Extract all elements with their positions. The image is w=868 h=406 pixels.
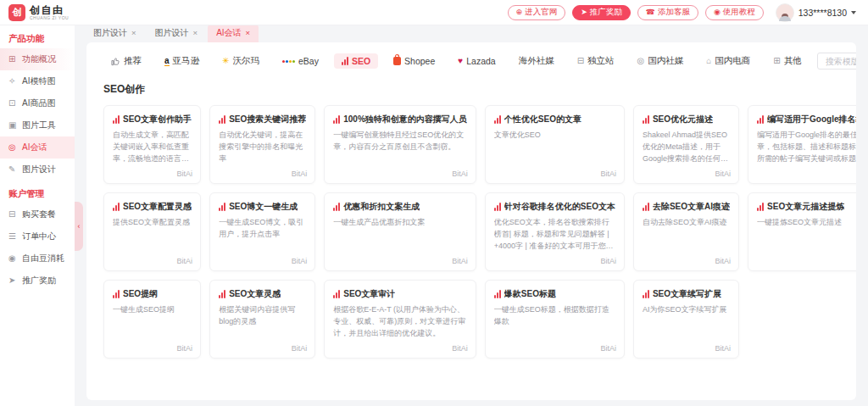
header-button-添加客服[interactable]: ☎添加客服 — [637, 5, 698, 20]
sidebar-item-功能概况[interactable]: ⊞功能概况 — [0, 48, 75, 70]
ai-chat-icon: ◎ — [8, 143, 18, 152]
sidebar-item-购买套餐[interactable]: ⊟购买套餐 — [0, 203, 75, 225]
filter-Shopee[interactable]: Shopee — [386, 53, 442, 69]
sidebar-item-图片工具[interactable]: ▣图片工具 — [0, 114, 75, 136]
template-card[interactable]: SEO提纲一键生成SEO提纲BitAi — [103, 280, 201, 359]
card-title: SEO博文一键生成 — [229, 201, 298, 213]
template-card[interactable]: SEO文章元描述提炼一键提炼SEO文章元描述BitAi — [748, 192, 856, 271]
app-subtitle: CHUANG ZI YOU — [30, 16, 69, 20]
template-card[interactable]: 针对谷歌排名优化的SEO文本优化SEO文本，排名谷歌搜索排行榜首| 标题，标题和… — [485, 192, 625, 271]
chevron-down-icon[interactable] — [851, 11, 856, 14]
template-card[interactable]: SEO博文一键生成一键生成SEO博文，吸引用户，提升点击率BitAi — [209, 192, 315, 271]
filter-国内电商[interactable]: ⌂国内电商 — [698, 53, 758, 70]
filter-国内社媒[interactable]: ◎国内社媒 — [630, 53, 692, 70]
template-card[interactable]: SEO文章创作助手自动生成文章，高匹配关键词嵌入率和低查重率，流畅地道的语言表达… — [103, 105, 201, 184]
filter-独立站[interactable]: ⊟独立站 — [570, 53, 622, 70]
sidebar-item-自由豆消耗[interactable]: ◉自由豆消耗 — [0, 247, 75, 270]
close-icon[interactable]: × — [246, 29, 251, 37]
bean-icon: ◉ — [8, 254, 18, 263]
close-icon[interactable]: × — [193, 29, 198, 37]
sidebar-item-label: 订单中心 — [22, 231, 56, 242]
order-icon: ☰ — [8, 232, 18, 241]
sidebar-item-label: 自由豆消耗 — [22, 253, 64, 264]
chart-icon — [219, 203, 225, 211]
template-card[interactable]: SEO文章续写扩展AI为你SEO文字续写扩展BitAi — [633, 280, 739, 359]
design-icon: ✎ — [8, 165, 18, 174]
header-button-使用教程[interactable]: ◉使用教程 — [705, 5, 764, 20]
tab-label: 图片设计 — [155, 27, 189, 39]
overview-icon: ⊞ — [8, 55, 18, 64]
card-title: 爆款SEO标题 — [504, 288, 556, 300]
template-card[interactable]: 去除SEO文章AI痕迹自动去除SEO文章AI痕迹BitAi — [633, 192, 739, 271]
app-title: 创自由 — [30, 5, 69, 15]
close-icon[interactable]: × — [131, 29, 136, 37]
sidebar-item-label: 推广奖励 — [22, 275, 56, 286]
card-badge: BitAi — [600, 344, 616, 353]
template-card[interactable]: 100%独特和创意的内容撰写人员一键编写创意独特且经过SEO优化的文章，内容百分… — [324, 105, 476, 184]
filter-label: 独立站 — [587, 55, 615, 67]
chart-icon — [333, 203, 340, 211]
sidebar-item-图片设计[interactable]: ✎图片设计 — [0, 159, 75, 181]
avatar[interactable] — [776, 3, 794, 22]
header-actions: ⊕进入官网➤推广奖励☎添加客服◉使用教程 133****8130 — [508, 3, 856, 22]
card-badge: BitAi — [600, 170, 616, 178]
sidebar-item-订单中心[interactable]: ☰订单中心 — [0, 225, 75, 247]
filter-eBay[interactable]: eBay — [275, 53, 326, 69]
sidebar-section-title: 账户管理 — [0, 181, 75, 203]
template-card[interactable]: 爆款SEO标题一键生成SEO标题，根据数据打造爆款BitAi — [485, 280, 625, 359]
template-card[interactable]: SEO搜索关键词推荐自动优化关键词，提高在搜索引擎中的排名和曝光率BitAi — [209, 105, 315, 184]
header-button-进入官网[interactable]: ⊕进入官网 — [508, 5, 566, 20]
card-description: 根据关键词内容提供写blog的灵感 — [219, 304, 306, 328]
card-badge: BitAi — [452, 344, 468, 353]
card-description: Shakeel Ahmad提供SEO优化的Meta描述，用于Google搜索排名… — [643, 130, 730, 165]
button-label: 添加客服 — [658, 7, 690, 18]
sidebar-item-AI模特图[interactable]: ✧AI模特图 — [0, 70, 75, 92]
sidebar-item-label: 图片设计 — [22, 164, 56, 175]
template-card[interactable]: 优惠和折扣文案生成一键生成产品优惠折扣文案BitAi — [324, 192, 476, 271]
tab-AI会话[interactable]: AI会话× — [208, 25, 259, 42]
template-card[interactable]: SEO优化元描述Shakeel Ahmad提供SEO优化的Meta描述，用于Go… — [633, 105, 739, 184]
sidebar-item-label: AI模特图 — [22, 75, 55, 87]
card-description: 提供SEO文章配置灵感 — [113, 217, 192, 229]
filter-label: 沃尔玛 — [232, 55, 259, 67]
user-menu[interactable]: 133****8130 — [776, 3, 856, 22]
template-card[interactable]: 编写适用于Google排名靠前的SEO...编写适用于Google排名的最佳SE… — [748, 105, 856, 184]
button-label: 进入官网 — [525, 7, 557, 18]
card-title: 编写适用于Google排名靠前的SEO... — [767, 114, 856, 125]
template-card[interactable]: SEO文章灵感根据关键词内容提供写blog的灵感BitAi — [209, 280, 315, 359]
sidebar-item-AI会话[interactable]: ◎AI会话 — [0, 136, 75, 159]
filter-其他[interactable]: ⊞其他 — [765, 53, 809, 70]
filter-沃尔玛[interactable]: ✳沃尔玛 — [214, 53, 267, 70]
card-badge: BitAi — [177, 257, 193, 265]
card-title: SEO优化元描述 — [653, 114, 713, 125]
button-label: 使用教程 — [723, 7, 755, 18]
sidebar-item-AI商品图[interactable]: ⊡AI商品图 — [0, 92, 75, 114]
tab-图片设计[interactable]: 图片设计× — [147, 25, 207, 42]
filter-海外社媒[interactable]: 海外社媒 — [511, 53, 562, 70]
template-card[interactable]: SEO文章配置灵感提供SEO文章配置灵感BitAi — [103, 192, 201, 271]
card-title: SEO提纲 — [123, 288, 158, 300]
filter-label: 国内电商 — [715, 55, 750, 67]
card-badge: BitAi — [292, 170, 308, 178]
filter-亚马逊[interactable]: a亚马逊 — [157, 53, 207, 70]
filter-label: Lazada — [466, 56, 495, 66]
filter-Lazada[interactable]: ♥Lazada — [450, 53, 503, 69]
card-description: 一键生成SEO提纲 — [113, 304, 192, 316]
others-icon: ⊞ — [773, 57, 780, 65]
search-box[interactable] — [817, 53, 856, 70]
card-grid: SEO文章创作助手自动生成文章，高匹配关键词嵌入率和低查重率，流畅地道的语言表达… — [103, 105, 839, 359]
template-card[interactable]: 个性优化SEO的文章文章优化SEOBitAi — [485, 105, 625, 184]
card-title: SEO搜索关键词推荐 — [229, 114, 306, 125]
filter-SEO[interactable]: SEO — [334, 53, 378, 69]
filter-推荐[interactable]: 推荐 — [103, 53, 149, 70]
header-button-推广奖励[interactable]: ➤推广奖励 — [572, 5, 631, 20]
amazon-icon: a — [164, 57, 170, 66]
tab-图片设计[interactable]: 图片设计× — [85, 25, 145, 42]
card-badge: BitAi — [177, 344, 193, 353]
search-input[interactable] — [824, 56, 856, 67]
card-description: 自动去除SEO文章AI痕迹 — [643, 217, 730, 229]
template-card[interactable]: SEO文章审计根据谷歌E-E-A-T (以用户体验为中心、专业、权威、可靠)原则… — [324, 280, 476, 359]
collapse-sidebar-handle[interactable]: ‹ — [75, 202, 83, 251]
sidebar-item-推广奖励[interactable]: ➤推广奖励 — [0, 270, 75, 292]
card-description: 一键提炼SEO文章元描述 — [757, 217, 856, 229]
